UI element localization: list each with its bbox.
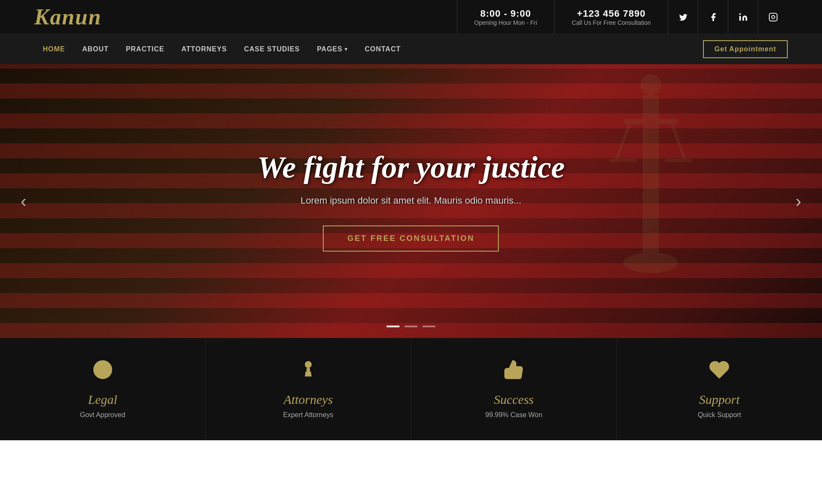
hero-next-button[interactable]: ›: [788, 190, 809, 212]
hero-cta-button[interactable]: GET FREE CONSULTATION: [323, 225, 499, 252]
feature-legal-title: Legal: [88, 392, 117, 407]
opening-hours-block: 8:00 - 9:00 Opening Hour Mon - Fri: [457, 0, 554, 34]
top-bar-info: 8:00 - 9:00 Opening Hour Mon - Fri +123 …: [457, 0, 788, 34]
hero-dot-3[interactable]: [423, 326, 435, 327]
nav-case-studies[interactable]: CASE STUDIES: [235, 34, 308, 64]
pages-dropdown-arrow: ▾: [345, 46, 348, 52]
check-circle-icon: [92, 359, 113, 385]
phone-block: +123 456 7890 Call Us For Free Consultat…: [554, 0, 668, 34]
nav-practice[interactable]: PRACTICE: [117, 34, 173, 64]
phone-sub: Call Us For Free Consultation: [572, 19, 651, 26]
feature-attorneys: Attorneys Expert Attorneys: [206, 338, 411, 440]
nav-links: HOME ABOUT PRACTICE ATTORNEYS CASE STUDI…: [34, 34, 703, 64]
logo-area: Kanun: [34, 4, 457, 30]
phone-number[interactable]: +123 456 7890: [577, 8, 646, 19]
feature-support: Support Quick Support: [617, 338, 822, 440]
hero-dot-1[interactable]: [387, 326, 399, 327]
hero-subtitle: Lorem ipsum dolor sit amet elit. Mauris …: [257, 195, 565, 206]
nav-bar: HOME ABOUT PRACTICE ATTORNEYS CASE STUDI…: [0, 34, 822, 64]
handshake-icon: [709, 359, 730, 385]
svg-rect-9: [664, 159, 692, 162]
opening-hours-sub: Opening Hour Mon - Fri: [474, 19, 537, 26]
hero-content: We fight for your justice Lorem ipsum do…: [257, 151, 565, 252]
nav-about[interactable]: ABOUT: [74, 34, 117, 64]
svg-point-11: [623, 252, 678, 273]
hero-section: ‹ We fight for your justice Lorem ipsum …: [0, 64, 822, 338]
feature-support-subtitle: Quick Support: [698, 411, 741, 419]
feature-legal-subtitle: Govt Approved: [80, 411, 125, 419]
feature-attorneys-subtitle: Expert Attorneys: [283, 411, 333, 419]
twitter-icon[interactable]: [668, 0, 698, 34]
top-bar: Kanun 8:00 - 9:00 Opening Hour Mon - Fri…: [0, 0, 822, 34]
svg-rect-5: [623, 119, 678, 125]
hero-title: We fight for your justice: [257, 151, 565, 184]
nav-pages[interactable]: PAGES ▾: [308, 34, 356, 64]
nav-attorneys[interactable]: ATTORNEYS: [173, 34, 235, 64]
hero-prev-button[interactable]: ‹: [13, 190, 34, 212]
feature-success-title: Success: [494, 392, 533, 407]
feature-attorneys-title: Attorneys: [283, 392, 333, 407]
svg-point-3: [640, 74, 661, 95]
thumbsup-icon: [503, 359, 524, 385]
nav-home[interactable]: HOME: [34, 34, 74, 64]
social-icons: [668, 0, 788, 34]
facebook-icon[interactable]: [698, 0, 728, 34]
nav-contact[interactable]: CONTACT: [356, 34, 409, 64]
feature-support-title: Support: [699, 392, 740, 407]
hero-dots: [387, 326, 435, 327]
linkedin-icon[interactable]: [728, 0, 758, 34]
features-bar: Legal Govt Approved Attorneys Expert Att…: [0, 338, 822, 440]
feature-success-subtitle: 99.99% Case Won: [485, 411, 542, 419]
svg-point-0: [739, 13, 741, 15]
svg-rect-10: [643, 150, 659, 252]
svg-rect-8: [610, 159, 637, 162]
svg-line-7: [671, 122, 685, 160]
svg-line-6: [616, 122, 630, 160]
get-appointment-button[interactable]: Get Appointment: [703, 40, 788, 58]
opening-hours-main: 8:00 - 9:00: [480, 8, 531, 19]
logo[interactable]: Kanun: [34, 4, 101, 30]
feature-legal: Legal Govt Approved: [0, 338, 206, 440]
svg-rect-14: [307, 368, 310, 371]
svg-rect-1: [769, 13, 777, 21]
svg-point-13: [305, 361, 312, 368]
hero-dot-2[interactable]: [405, 326, 417, 327]
feature-success: Success 99.99% Case Won: [411, 338, 617, 440]
instagram-icon[interactable]: [758, 0, 788, 34]
attorney-icon: [298, 359, 319, 385]
